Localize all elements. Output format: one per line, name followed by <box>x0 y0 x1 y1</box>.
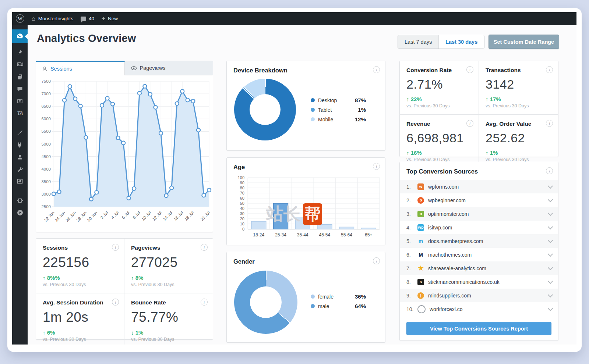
device-breakdown-donut[interactable] <box>234 79 296 140</box>
info-icon[interactable]: i <box>201 244 208 251</box>
new-label: New <box>108 16 118 21</box>
conversion-source-row[interactable]: 8.sstickmancommunications.co.uk <box>400 275 558 289</box>
info-icon[interactable]: i <box>466 120 473 127</box>
stat-note: vs. Previous 30 Days <box>43 282 117 287</box>
comments-link[interactable]: 40 <box>77 12 98 25</box>
sidebar-item-mascot[interactable] <box>12 195 28 207</box>
chevron-down-icon[interactable] <box>548 183 553 188</box>
sidebar-item-play[interactable] <box>12 207 28 219</box>
source-rank: 6. <box>406 252 417 258</box>
chevron-down-icon[interactable] <box>548 251 553 256</box>
source-domain: machothemes.com <box>428 252 549 258</box>
stat-note: vs. Previous 30 Days <box>486 157 551 162</box>
sidebar-item-wrench[interactable] <box>12 163 28 175</box>
wordpress-menu[interactable]: W <box>12 12 28 25</box>
info-icon[interactable]: i <box>112 299 119 306</box>
conversion-source-row[interactable]: 10.workforcexl.co <box>400 302 558 316</box>
info-icon[interactable]: i <box>546 120 553 127</box>
legend-value: 87% <box>355 97 366 103</box>
conversion-source-row[interactable]: 3.ooptinmonster.com <box>400 207 558 221</box>
sidebar-item-user[interactable] <box>12 151 28 163</box>
legend-item-mobile: Mobile12% <box>311 116 366 122</box>
gender-donut[interactable] <box>234 271 297 334</box>
tab-pageviews[interactable]: Pageviews <box>125 61 213 75</box>
chevron-down-icon[interactable] <box>548 265 553 270</box>
info-icon[interactable]: i <box>546 167 553 174</box>
conversion-source-row[interactable]: 5.mdocs.memberpress.com <box>400 234 558 248</box>
sidebar-item-sliders[interactable] <box>12 175 28 187</box>
set-custom-date-range-button[interactable]: Set Custom Date Range <box>489 35 559 49</box>
tab-sessions-label: Sessions <box>50 66 72 72</box>
sessions-area-chart[interactable]: 7500700065006000550050004500400035003000… <box>36 75 213 231</box>
conversion-source-row[interactable]: 4.wpisitwp.com <box>400 221 558 234</box>
svg-text:100: 100 <box>238 175 244 180</box>
site-link[interactable]: ⌂ MonsterInsights <box>28 12 77 25</box>
sidebar-item-pages[interactable] <box>12 71 28 83</box>
chevron-down-icon[interactable] <box>548 238 553 243</box>
svg-text:5500: 5500 <box>41 129 51 133</box>
plug-icon <box>17 142 23 148</box>
conversion-source-row[interactable]: 1.wwpforms.com <box>400 180 558 193</box>
sidebar-item-dashboard[interactable] <box>12 29 28 43</box>
svg-text:30 Jun: 30 Jun <box>86 210 98 222</box>
favicon-machothemes-icon: M <box>417 251 424 258</box>
chevron-down-icon[interactable] <box>548 224 553 229</box>
gender-card: Gender i female36%male64% <box>226 252 385 343</box>
view-top-conversions-report-button[interactable]: View Top Conversions Sources Report <box>406 322 551 335</box>
info-icon[interactable]: i <box>373 163 380 170</box>
tab-sessions[interactable]: Sessions <box>36 61 125 75</box>
info-icon[interactable]: i <box>373 66 380 73</box>
stat-note: vs. Previous 30 Days <box>131 282 206 287</box>
wordpress-logo-icon: W <box>16 14 24 23</box>
info-icon[interactable]: i <box>466 66 473 73</box>
legend-item-tablet: Tablet1% <box>311 107 366 113</box>
info-icon[interactable]: i <box>201 299 208 306</box>
conversion-sources-list: 1.wwpforms.com2.bwpbeginner.com3.ooptinm… <box>400 180 558 316</box>
sidebar-item-media[interactable] <box>12 58 28 71</box>
conversion-source-row[interactable]: 6.Mmachothemes.com <box>400 248 558 261</box>
source-rank: 9. <box>406 293 417 299</box>
chevron-down-icon[interactable] <box>548 306 553 311</box>
user-icon <box>17 154 23 160</box>
legend-item-male: male64% <box>311 303 366 309</box>
source-domain: wpbeginner.com <box>428 197 549 203</box>
chevron-down-icon[interactable] <box>548 292 553 297</box>
stat-delta: ↑ 22% <box>406 96 472 102</box>
chevron-down-icon[interactable] <box>548 278 553 283</box>
chevron-down-icon[interactable] <box>548 197 553 202</box>
ecommerce-stats-grid: Conversion Ratei2.71%↑ 22%vs. Previous 3… <box>399 61 558 157</box>
info-icon[interactable]: i <box>112 244 119 251</box>
stat-value: 1m 20s <box>43 310 117 325</box>
dashboard-icon <box>17 33 23 40</box>
sidebar-item-brush[interactable] <box>12 126 28 139</box>
age-bar-chart[interactable]: 010203040506070809010018-2425-3435-4445-… <box>227 173 385 243</box>
sidebar-item-comments[interactable] <box>12 83 28 95</box>
sessions-chart-card: Sessions Pageviews 750070006500600055005… <box>36 61 213 232</box>
new-content-menu[interactable]: + New <box>98 12 121 25</box>
legend-dot-icon <box>311 117 315 121</box>
info-icon[interactable]: i <box>373 257 380 264</box>
source-domain: wpforms.com <box>428 184 549 190</box>
chevron-down-icon[interactable] <box>548 210 553 215</box>
last-30-days-button[interactable]: Last 30 days <box>438 35 484 49</box>
svg-text:26 Jun: 26 Jun <box>65 210 77 222</box>
conversion-source-row[interactable]: 7.★shareasale-analytics.com <box>400 261 558 275</box>
legend-label: Desktop <box>318 97 355 103</box>
stat-value: 2.71% <box>406 77 472 92</box>
legend-dot-icon <box>311 98 315 102</box>
conversion-source-row[interactable]: 2.bwpbeginner.com <box>400 193 558 207</box>
sidebar-item-download[interactable] <box>12 95 28 107</box>
last-7-days-button[interactable]: Last 7 days <box>398 35 438 49</box>
favicon-memberpress-icon: m <box>417 238 424 245</box>
legend-value: 36% <box>355 293 366 300</box>
conversion-source-row[interactable]: 9.|mindsuppliers.com <box>400 289 558 302</box>
admin-sidebar: TA <box>12 25 28 345</box>
info-icon[interactable]: i <box>546 66 553 73</box>
arrow-down-icon: ↓ <box>131 329 134 336</box>
date-range-toggle: Last 7 days Last 30 days <box>398 35 484 49</box>
sidebar-item-ta-badge[interactable]: TA <box>12 107 28 119</box>
sidebar-item-plug[interactable] <box>12 139 28 151</box>
stat-label: Transactions <box>486 67 551 74</box>
source-rank: 4. <box>406 225 417 231</box>
sidebar-item-pin[interactable] <box>12 46 28 58</box>
